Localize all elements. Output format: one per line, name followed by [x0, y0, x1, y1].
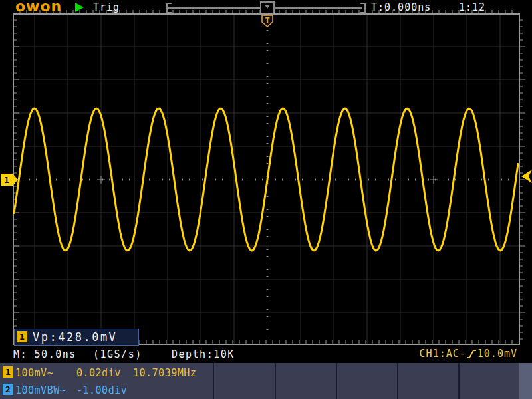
channel-1-offset: 0.02div: [76, 367, 121, 379]
trigger-level-label: 10.0mV: [477, 348, 517, 360]
measurement-value: Vp:428.0mV: [33, 331, 117, 344]
memory-bar-left-bracket: [166, 3, 172, 13]
panel-divider: [397, 363, 398, 399]
down-triangle-icon: [265, 5, 270, 9]
channel-2-offset: -1.00div: [76, 384, 127, 396]
channel-2-badge: 2: [3, 384, 13, 395]
channel-info-panel: 1 100mV~ 0.02div 10.7039MHz 2 100mVBW~ -…: [0, 363, 532, 399]
oscilloscope-screen: T1 OWON Trig T:0.000ns 1:12 1 Vp:428.0mV…: [0, 0, 532, 399]
depth-readout: Depth:10K: [172, 348, 235, 360]
memory-bar-right-bracket: [360, 3, 366, 13]
channel-1-scale: 100mV~: [15, 367, 53, 379]
channel-2-scale: 100mVBW~: [15, 384, 66, 396]
trigger-info-readout: CH1:AC- 10.0mV: [420, 348, 517, 360]
memory-window-marker: [260, 1, 275, 13]
channel-1-frequency: 10.7039MHz: [133, 367, 196, 379]
trigger-status-label: Trig: [93, 1, 120, 13]
waveform-display: T1: [0, 0, 532, 363]
measurement-box: 1 Vp:428.0mV: [14, 329, 139, 346]
panel-divider: [275, 363, 276, 399]
trigger-position-label: T: [265, 16, 269, 25]
timebase-readout: M: 50.0ns: [13, 348, 76, 360]
rising-edge-icon: [467, 348, 477, 360]
panel-divider: [336, 363, 337, 399]
trigger-level-marker: [521, 170, 532, 183]
channel-1-badge: 1: [3, 366, 13, 378]
panel-divider: [213, 363, 214, 399]
panel-divider: [458, 363, 460, 399]
channel-1-position-label: 1: [4, 175, 9, 185]
trigger-counter: 1:12: [459, 1, 485, 13]
owon-logo: OWON: [15, 0, 62, 15]
trigger-source-label: CH1:AC-: [420, 348, 466, 360]
channel-1-badge: 1: [17, 331, 27, 342]
trigger-status-icon: [75, 3, 84, 12]
trigger-time-offset: T:0.000ns: [371, 1, 431, 13]
sample-rate-readout: (1GS/s): [93, 348, 142, 360]
panel-right-strip: [519, 363, 532, 399]
